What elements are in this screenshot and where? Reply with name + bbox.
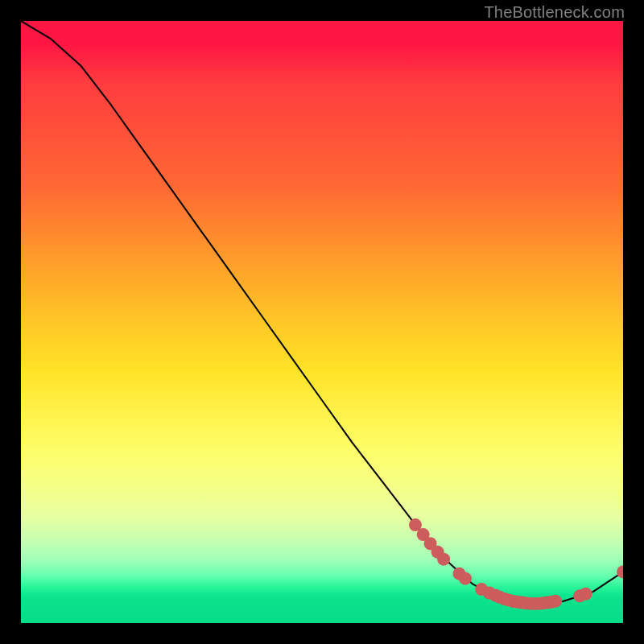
chart-stage: TheBottleneck.com bbox=[0, 0, 644, 644]
data-marker bbox=[437, 553, 450, 566]
plot-area bbox=[21, 21, 623, 623]
performance-curve bbox=[21, 21, 623, 604]
attribution-text: TheBottleneck.com bbox=[484, 3, 625, 22]
data-marker bbox=[580, 588, 592, 601]
data-marker bbox=[459, 572, 472, 585]
chart-overlay bbox=[21, 21, 623, 623]
data-marker bbox=[549, 595, 562, 608]
data-markers bbox=[409, 518, 623, 610]
